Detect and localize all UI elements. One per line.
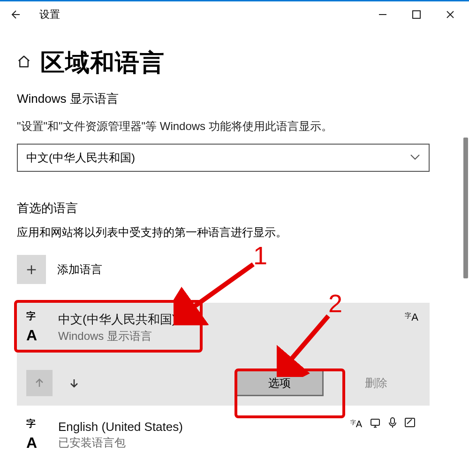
handwriting-icon xyxy=(404,417,416,430)
language-name: 中文(中华人民共和国) xyxy=(58,311,176,328)
language-subtitle: 已安装语言包 xyxy=(58,435,183,450)
display-language-selected: 中文(中华人民共和国) xyxy=(26,150,135,165)
svg-rect-6 xyxy=(405,418,415,427)
display-language-description: "设置"和"文件资源管理器"等 Windows 功能将使用此语言显示。 xyxy=(17,118,452,134)
add-language-label: 添加语言 xyxy=(57,262,102,277)
maximize-icon xyxy=(412,10,421,19)
language-feature-icon: 字A xyxy=(405,311,418,323)
options-button[interactable]: 选项 xyxy=(235,370,324,396)
language-glyph-icon: 字A xyxy=(26,315,52,340)
preferred-languages-heading: 首选的语言 xyxy=(17,200,452,216)
speech-recognition-icon xyxy=(388,417,397,431)
close-icon xyxy=(446,10,454,19)
arrow-down-icon xyxy=(69,378,79,388)
display-language-heading: Windows 显示语言 xyxy=(17,91,452,107)
chevron-down-icon xyxy=(410,152,420,163)
language-item-chinese[interactable]: 字A 中文(中华人民共和国) Windows 显示语言 字A 选项 删除 xyxy=(17,303,430,406)
page-header: 区域和语言 xyxy=(0,28,469,89)
language-glyph-icon: 字A xyxy=(26,422,52,447)
scrollbar[interactable] xyxy=(463,138,468,278)
display-language-dropdown[interactable]: 中文(中华人民共和国) xyxy=(17,144,430,172)
display-language-icon: 字A xyxy=(350,418,362,430)
window-titlebar: 设置 xyxy=(0,1,469,28)
language-item-english[interactable]: 字A English (United States) 已安装语言包 字A xyxy=(17,420,430,450)
minimize-button[interactable] xyxy=(366,1,400,28)
options-label: 选项 xyxy=(268,376,291,391)
annotation-label-1: 1 xyxy=(253,241,267,270)
svg-rect-5 xyxy=(391,418,394,424)
close-button[interactable] xyxy=(433,1,467,28)
delete-button[interactable]: 删除 xyxy=(332,370,420,396)
language-feature-icons: 字A xyxy=(350,417,416,431)
move-down-button[interactable] xyxy=(61,370,87,396)
move-up-button[interactable] xyxy=(26,370,53,396)
preferred-languages-description: 应用和网站将以列表中受支持的第一种语言进行显示。 xyxy=(17,225,452,240)
page-title: 区域和语言 xyxy=(40,46,165,79)
svg-rect-4 xyxy=(371,419,379,425)
window-controls xyxy=(366,1,467,28)
language-subtitle: Windows 显示语言 xyxy=(58,329,176,344)
back-button[interactable] xyxy=(2,1,28,28)
arrow-up-icon xyxy=(34,378,45,388)
minimize-icon xyxy=(378,10,387,19)
plus-icon: ＋ xyxy=(17,255,46,284)
add-language-button[interactable]: ＋ 添加语言 xyxy=(17,255,452,284)
language-name: English (United States) xyxy=(58,420,183,434)
home-icon[interactable] xyxy=(17,54,31,72)
delete-label: 删除 xyxy=(365,376,387,391)
arrow-left-icon xyxy=(9,9,21,20)
text-to-speech-icon xyxy=(370,417,381,430)
window-title: 设置 xyxy=(28,8,60,22)
svg-rect-1 xyxy=(413,11,420,18)
annotation-label-2: 2 xyxy=(328,289,342,318)
maximize-button[interactable] xyxy=(400,1,433,28)
